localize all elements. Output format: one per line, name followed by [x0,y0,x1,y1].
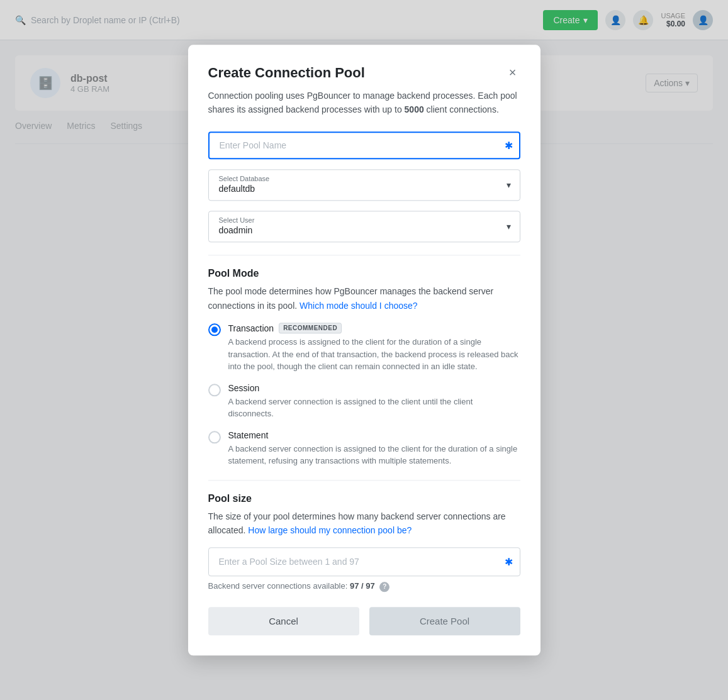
select-database-group[interactable]: Select Database defaultdb ▾ [208,170,520,201]
transaction-label-row: Transaction RECOMMENDED [228,323,520,333]
modal-title: Create Connection Pool [208,65,365,81]
select-user-value: doadmin [209,225,520,242]
divider-2 [208,480,520,481]
pool-mode-link[interactable]: Which mode should I choose? [300,301,418,311]
transaction-option[interactable]: Transaction RECOMMENDED A backend proces… [208,323,520,373]
modal-description: Connection pooling uses PgBouncer to man… [208,89,520,117]
session-desc: A backend server connection is assigned … [228,396,520,420]
recommended-badge: RECOMMENDED [279,323,342,333]
modal-footer: Cancel Create Pool [208,607,520,635]
help-icon[interactable]: ? [379,582,389,592]
session-option[interactable]: Session A backend server connection is a… [208,383,520,420]
pool-mode-description: The pool mode determines how PgBouncer m… [208,285,520,313]
database-dropdown-arrow-icon: ▾ [507,181,511,191]
create-pool-button[interactable]: Create Pool [369,607,520,635]
select-database-value: defaultdb [209,183,520,201]
session-label: Session [228,383,260,393]
statement-option[interactable]: Statement A backend server connection is… [208,430,520,467]
cancel-button[interactable]: Cancel [208,607,359,635]
pool-size-input[interactable] [208,548,520,577]
statement-desc: A backend server connection is assigned … [228,443,520,467]
session-label-row: Session [228,383,520,393]
statement-label: Statement [228,430,269,440]
close-button[interactable]: × [505,65,520,80]
select-user-dropdown[interactable]: Select User doadmin ▾ [208,211,520,243]
pool-size-link[interactable]: How large should my connection pool be? [248,525,412,535]
user-dropdown-arrow-icon: ▾ [507,222,511,232]
modal-header: Create Connection Pool × [208,65,520,81]
divider-1 [208,255,520,256]
transaction-radio[interactable] [208,323,221,336]
transaction-desc: A backend process is assigned to the cli… [228,336,520,373]
pool-name-group: ✱ [208,132,520,160]
statement-content: Statement A backend server connection is… [228,430,520,467]
select-user-group[interactable]: Select User doadmin ▾ [208,211,520,243]
transaction-content: Transaction RECOMMENDED A backend proces… [228,323,520,373]
pool-size-description: The size of your pool determines how man… [208,509,520,538]
select-user-label: Select User [209,212,520,225]
select-database-label: Select Database [209,170,520,183]
select-database-dropdown[interactable]: Select Database defaultdb ▾ [208,170,520,201]
pool-size-input-wrapper: ✱ [208,548,520,577]
pool-mode-title: Pool Mode [208,269,520,280]
pool-name-required-icon: ✱ [505,140,513,152]
transaction-label: Transaction [228,323,274,333]
pool-size-title: Pool size [208,493,520,504]
session-content: Session A backend server connection is a… [228,383,520,420]
connections-info: Backend server connections available: 97… [208,582,520,592]
pool-name-input[interactable] [208,132,520,160]
session-radio[interactable] [208,384,221,396]
statement-label-row: Statement [228,430,520,440]
pool-size-required-icon: ✱ [505,556,513,568]
create-connection-pool-modal: Create Connection Pool × Connection pool… [188,45,540,655]
statement-radio[interactable] [208,431,221,443]
